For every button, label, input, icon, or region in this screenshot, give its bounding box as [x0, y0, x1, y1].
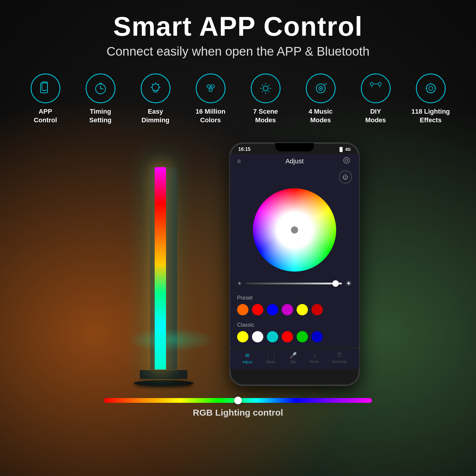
classic-dot-1[interactable]: [237, 331, 248, 342]
main-title: Smart APP Control: [0, 12, 476, 41]
svg-line-10: [158, 84, 159, 85]
nav-mic-label: Mic: [291, 360, 296, 364]
preset-dot-4[interactable]: [282, 304, 293, 315]
feature-lighting: 118 LightingEffects: [408, 73, 454, 124]
main-content: Smart APP Control Connect easily when op…: [0, 0, 476, 476]
phone-container: 16:15 ▐▌ 4G ≡ Adjust: [229, 142, 360, 386]
nav-music[interactable]: ♪ Music: [310, 352, 319, 364]
lamp-container: [116, 142, 211, 386]
classic-dot-5[interactable]: [297, 331, 308, 342]
schedule-nav-icon: ⏱: [336, 352, 342, 358]
app-header: ≡ Adjust: [230, 154, 359, 169]
mic-nav-icon: 🎤: [289, 352, 297, 359]
brightness-row: ☀ ☀: [230, 276, 359, 292]
rgb-thumb: [234, 397, 242, 404]
svg-point-21: [208, 86, 209, 87]
main-section: 16:15 ▐▌ 4G ≡ Adjust: [0, 133, 476, 392]
subtitle: Connect easily when open the APP & Bluet…: [0, 44, 476, 59]
feature-music: 4 MusicModes: [298, 73, 344, 124]
power-button[interactable]: ⏻: [339, 170, 352, 184]
classic-dot-3[interactable]: [267, 331, 278, 342]
svg-point-22: [212, 86, 213, 87]
color-wheel[interactable]: [253, 188, 336, 272]
svg-point-39: [370, 82, 373, 85]
feature-timing: TimingSetting: [77, 73, 123, 124]
classic-dot-2[interactable]: [252, 331, 263, 342]
svg-line-13: [152, 84, 153, 85]
preset-dot-2[interactable]: [252, 304, 263, 315]
feature-scene: 7 SceneModes: [242, 73, 289, 124]
lamp-foot: [134, 380, 193, 386]
color-wheel-section: [230, 185, 359, 276]
classic-dot-6[interactable]: [311, 331, 323, 342]
diy-icon: [361, 73, 391, 103]
settings-icon[interactable]: [343, 157, 352, 166]
timing-icon: [86, 73, 115, 103]
svg-rect-0: [40, 83, 47, 93]
phone-mockup: 16:15 ▐▌ 4G ≡ Adjust: [229, 142, 360, 386]
preset-label: Preset: [237, 295, 352, 301]
nav-music-label: Music: [310, 360, 319, 364]
app-control-icon: [31, 73, 60, 103]
feature-label-lighting: 118 LightingEffects: [411, 107, 450, 124]
header-section: Smart APP Control Connect easily when op…: [0, 0, 476, 59]
lamp-base: [140, 370, 187, 379]
brightness-slider[interactable]: [245, 283, 342, 284]
scene-icon: [251, 73, 281, 103]
lighting-icon: [416, 73, 446, 103]
lamp-glow: [126, 328, 216, 352]
svg-line-31: [268, 85, 269, 86]
nav-adjust[interactable]: ≋ Adjust: [242, 352, 252, 364]
brightness-thumb: [332, 280, 339, 287]
nav-schedule[interactable]: ⏱ Schedule: [332, 352, 347, 364]
feature-label-music: 4 MusicModes: [309, 107, 333, 124]
adjust-nav-icon: ≋: [245, 352, 250, 359]
nav-mode-label: Mode: [267, 360, 275, 364]
nav-mic[interactable]: 🎤 Mic: [289, 352, 297, 364]
feature-label-diy: DIYModes: [365, 107, 386, 124]
nav-mode[interactable]: ⋮⋮ Mode: [265, 352, 277, 364]
phone-notch: [275, 143, 314, 151]
feature-colors: 16 MillionColors: [187, 73, 234, 124]
nav-schedule-label: Schedule: [332, 360, 347, 364]
preset-color-dots: [237, 304, 352, 315]
brightness-high-icon: ☀: [345, 279, 352, 288]
svg-line-38: [326, 83, 327, 84]
feature-app-control: APPControl: [22, 73, 68, 124]
app-title: Adjust: [246, 157, 343, 165]
svg-point-54: [344, 157, 350, 163]
feature-label-app-control: APPControl: [34, 107, 57, 124]
rgb-bar[interactable]: [104, 398, 372, 403]
preset-dot-3[interactable]: [267, 304, 278, 315]
rgb-label: RGB Lighting control: [0, 408, 476, 418]
preset-dot-5[interactable]: [297, 304, 308, 315]
svg-point-24: [263, 86, 268, 91]
phone-nav: ≋ Adjust ⋮⋮ Mode 🎤 Mic ♪ Music: [230, 348, 359, 369]
music-nav-icon: ♪: [313, 352, 316, 358]
hamburger-icon[interactable]: ≡: [237, 157, 246, 165]
color-wheel-center: [290, 226, 299, 234]
classic-dot-4[interactable]: [282, 331, 293, 342]
preset-dot-1[interactable]: [237, 304, 248, 315]
nav-adjust-label: Adjust: [242, 360, 252, 364]
svg-line-32: [262, 91, 263, 92]
svg-point-40: [378, 82, 381, 85]
mode-nav-icon: ⋮⋮: [265, 352, 277, 359]
preset-dot-6[interactable]: [311, 304, 323, 315]
svg-point-8: [152, 84, 159, 91]
classic-color-dots: [237, 331, 352, 342]
classic-section: Classic: [230, 320, 359, 347]
svg-point-55: [345, 159, 348, 162]
feature-diy: DIYModes: [353, 73, 399, 124]
brightness-low-icon: ☀: [237, 280, 242, 287]
music-icon: [306, 73, 336, 103]
signal-icons: ▐▌ 4G: [338, 147, 351, 152]
feature-dimming: EasyDimming: [132, 73, 178, 124]
colors-icon: [196, 73, 226, 103]
svg-point-45: [429, 86, 433, 90]
svg-line-30: [268, 91, 269, 92]
lamp-body: [150, 167, 177, 369]
feature-label-dimming: EasyDimming: [141, 107, 169, 124]
feature-label-timing: TimingSetting: [89, 107, 112, 124]
preset-section: Preset: [230, 292, 359, 320]
